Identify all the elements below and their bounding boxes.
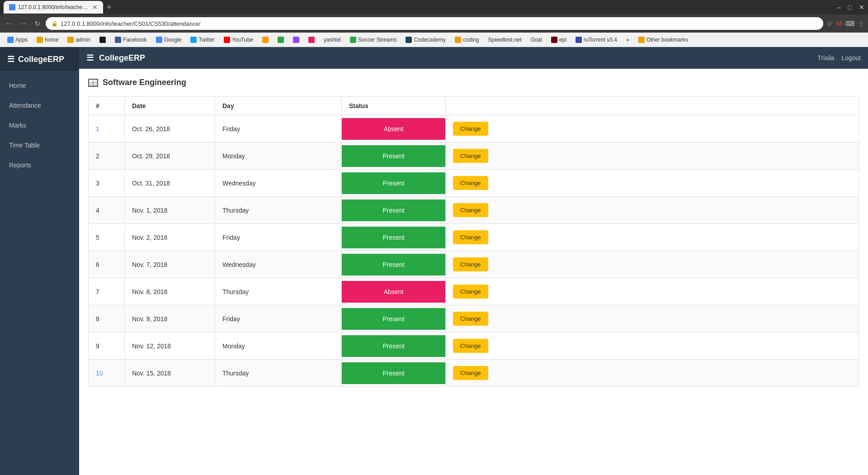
cell-num: 9 [89, 332, 125, 360]
cell-day: Friday [215, 305, 342, 332]
logout-link[interactable]: Logout [841, 54, 861, 62]
bookmark-home[interactable]: home [33, 36, 62, 44]
bookmark-speedtest[interactable]: Speedtest.net [484, 36, 525, 44]
admin-icon [67, 37, 74, 43]
brand-menu-icon[interactable]: ☰ [7, 54, 14, 64]
bookmark-other[interactable]: Other bookmarks [635, 36, 692, 44]
change-button[interactable]: Change [453, 230, 488, 244]
cell-num: 8 [89, 305, 125, 332]
bookmark-soccer[interactable]: Soccer Streams [346, 36, 400, 44]
change-button[interactable]: Change [453, 285, 488, 299]
bookmark-facebook[interactable]: Facebook [111, 36, 151, 44]
cell-date: Nov. 1, 2018 [125, 197, 215, 224]
bookmark-yashtel[interactable]: yashtel [320, 36, 344, 44]
change-button[interactable]: Change [453, 257, 488, 271]
home-bm-label: home [45, 37, 58, 43]
change-button[interactable]: Change [453, 122, 488, 136]
s2-icon [308, 37, 315, 43]
back-button[interactable]: ← [4, 18, 14, 29]
bookmark-codecademy[interactable]: Codecademy [402, 36, 449, 44]
sidebar-item-attendance[interactable]: Attendance [0, 95, 79, 115]
youtube-icon [224, 37, 230, 43]
status-badge: Present [342, 335, 445, 357]
other-icon [638, 37, 645, 43]
cell-action: Change [446, 197, 859, 224]
more-label: » [626, 37, 629, 43]
cell-day: Friday [215, 224, 342, 251]
sidebar: ☰ CollegeERP Home Attendance Marks Time … [0, 47, 79, 475]
cell-day: Friday [215, 115, 342, 142]
tab-close-button[interactable]: ✕ [92, 4, 98, 11]
soccer-icon [350, 37, 356, 43]
browser-tab[interactable]: 127.0.0.1:8000/info/teacher/CS0 ✕ [4, 1, 103, 14]
minimize-button[interactable]: – [837, 4, 841, 11]
bookmark-rutorrent[interactable]: ruTorrent v3.4 [572, 36, 621, 44]
attendance-nav-label: Attendance [9, 102, 41, 109]
cell-action: Change [446, 142, 859, 170]
table-icon [88, 79, 98, 87]
gmail-icon[interactable]: M [836, 20, 842, 27]
reload-button[interactable]: ↻ [33, 18, 42, 30]
sidebar-item-marks[interactable]: Marks [0, 115, 79, 135]
sidebar-item-reports[interactable]: Reports [0, 155, 79, 175]
coding-label: coding [463, 37, 479, 43]
twitter-icon [190, 37, 197, 43]
change-button[interactable]: Change [453, 312, 488, 326]
cell-date: Nov. 7, 2018 [125, 251, 215, 278]
epl-icon [551, 37, 557, 43]
change-button[interactable]: Change [453, 366, 488, 380]
cell-day: Thursday [215, 278, 342, 305]
header-menu-icon[interactable]: ☰ [86, 53, 94, 63]
bookmark-youtube[interactable]: YouTube [220, 36, 257, 44]
restore-button[interactable]: □ [848, 4, 852, 11]
username-link[interactable]: Trisila [817, 54, 834, 62]
cell-num: 3 [89, 170, 125, 197]
bookmark-s1[interactable] [274, 36, 288, 44]
bookmark-star-icon[interactable]: ☆ [827, 20, 833, 27]
address-box[interactable]: 🔒 127.0.0.1:8000/info/teacher/CS01/CS530… [46, 17, 823, 30]
table-row: 7Nov. 8, 2018ThursdayAbsentChange [89, 278, 859, 305]
bookmark-google[interactable]: Google [152, 36, 185, 44]
cell-action: Change [446, 115, 859, 142]
bookmark-more[interactable]: » [623, 36, 633, 44]
close-button[interactable]: ✕ [859, 4, 864, 11]
sidebar-item-timetable[interactable]: Time Table [0, 135, 79, 155]
amazon-icon [262, 37, 269, 43]
status-badge: Absent [342, 281, 445, 303]
cell-date: Nov. 2, 2018 [125, 224, 215, 251]
cell-num: 10 [89, 360, 125, 387]
change-button[interactable]: Change [453, 203, 488, 217]
table-row: 5Nov. 2, 2018FridayPresentChange [89, 224, 859, 251]
bookmark-epl[interactable]: epl [547, 36, 570, 44]
bookmark-twitch[interactable] [289, 36, 303, 44]
sidebar-item-home[interactable]: Home [0, 76, 79, 95]
change-button[interactable]: Change [453, 176, 488, 190]
mc-icon [99, 37, 106, 43]
header-brand: CollegeERP [99, 53, 145, 63]
cell-date: Nov. 15, 2018 [125, 360, 215, 387]
extensions-icon[interactable]: ⌨ [845, 20, 854, 27]
s1-icon [278, 37, 284, 43]
tab-favicon [9, 4, 15, 10]
new-tab-button[interactable]: + [107, 3, 112, 12]
change-button[interactable]: Change [453, 339, 488, 353]
attendance-table: # Date Day Status 1Oct. 26, 2018FridayAb… [88, 96, 859, 387]
rutorrent-label: ruTorrent v3.4 [584, 37, 617, 43]
change-button[interactable]: Change [453, 149, 488, 163]
status-badge: Present [342, 254, 445, 276]
bookmark-mc[interactable] [96, 36, 109, 44]
menu-icon[interactable]: ⋮ [858, 20, 864, 27]
tab-title: 127.0.0.1:8000/info/teacher/CS0 [18, 4, 89, 10]
bookmark-amazon[interactable] [259, 36, 272, 44]
bookmark-admin[interactable]: admin [64, 36, 94, 44]
bookmark-twitter[interactable]: Twitter [187, 36, 218, 44]
bookmark-apps[interactable]: Apps [4, 36, 31, 44]
goal-label: Goal [531, 37, 542, 43]
row-num-link[interactable]: 10 [96, 370, 103, 377]
bookmark-s2[interactable] [305, 36, 318, 44]
forward-button[interactable]: → [18, 18, 29, 29]
bookmark-coding[interactable]: coding [451, 36, 482, 44]
bookmark-goal[interactable]: Goal [527, 36, 546, 44]
cell-num: 4 [89, 197, 125, 224]
row-num-link[interactable]: 1 [96, 125, 99, 133]
